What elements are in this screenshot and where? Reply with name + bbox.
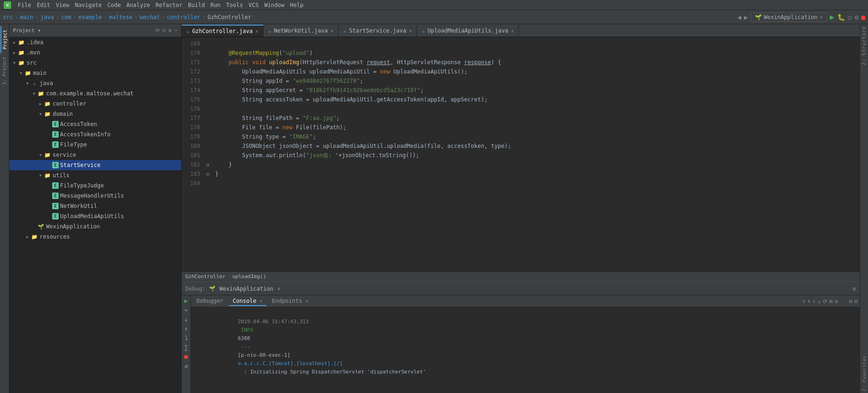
coverage-button[interactable]: ☑ [848, 13, 852, 21]
menu-item-file[interactable]: File [18, 2, 31, 8]
resume-button[interactable]: ▶ [183, 297, 190, 305]
restart-button[interactable]: ↺ [183, 362, 190, 370]
breadcrumb-example[interactable]: example [78, 14, 102, 20]
menu-item-vcs[interactable]: VCS [249, 2, 259, 8]
fold-marker2[interactable]: ⊟ [206, 172, 209, 177]
minimize-icon[interactable]: ─ [174, 27, 177, 33]
tree-item-controller[interactable]: ▶ 📁 controller [9, 99, 181, 109]
tree-item-filetype[interactable]: C FileType [9, 140, 181, 150]
breadcrumb-wechat[interactable]: wechat [140, 14, 160, 20]
tab-uploadmediaapiutils-close[interactable]: × [511, 28, 514, 33]
run-button[interactable]: ▶ [830, 13, 834, 21]
console-icon-8[interactable]: ⊟ [849, 298, 853, 305]
tab-networkutil-close[interactable]: × [331, 28, 333, 33]
run-config-selector[interactable]: 🌱 WexinApplication ▾ [751, 13, 827, 22]
project-tab[interactable]: Project [0, 26, 8, 53]
tree-item-wexinapplication[interactable]: 🌱 WexinApplication [9, 221, 181, 232]
console-icon-7[interactable]: ≡ [834, 298, 838, 305]
menu-item-help[interactable]: Help [290, 2, 304, 8]
tree-label: FileTypeJudge [60, 182, 104, 189]
structure-tab[interactable]: 1: Project [1, 53, 8, 88]
breadcrumb-method[interactable]: uploadImg() [232, 273, 266, 280]
breadcrumb-com[interactable]: com [61, 14, 71, 20]
tree-item-mvn[interactable]: ▶ 📁 .mvn [9, 47, 181, 58]
debug-tab-console[interactable]: Console + [229, 297, 266, 306]
favorites-label[interactable]: 2: Favorites [861, 353, 868, 393]
evaluate-button[interactable]: ∑ [183, 344, 190, 351]
collapse-icon[interactable]: ⊟ [163, 27, 166, 33]
tree-item-package[interactable]: ▼ 📁 com.example.maltose.wechat [9, 88, 181, 99]
tab-gzhcontroller[interactable]: ☕ GzhController.java × [182, 25, 264, 37]
menu-item-refactor[interactable]: Refactor [156, 2, 183, 8]
tree-item-messagehandlerutils[interactable]: C MessageHandlerUtils [9, 191, 181, 201]
tab-gzhcontroller-close[interactable]: × [256, 29, 258, 34]
console-icon-1[interactable]: ⬆ [802, 298, 805, 305]
step-into-button[interactable]: ↓ [183, 316, 190, 323]
breadcrumb-controller[interactable]: controller [167, 14, 200, 20]
tree-item-service[interactable]: ▼ 📁 service [9, 150, 181, 160]
tab-uploadmediaapiutils[interactable]: ☕ UploadMediaApiUtils.java × [417, 25, 519, 37]
debug-tab-debugger[interactable]: Debugger [193, 297, 227, 306]
tree-item-main[interactable]: ▼ 📁 main [9, 68, 181, 78]
collapse-arrow: ▶ [11, 39, 18, 46]
console-icon-3[interactable]: ↑ [813, 298, 816, 305]
panel-title: Project ▾ [13, 27, 41, 33]
tree-item-resources[interactable]: ▶ 📁 resources [9, 232, 181, 242]
console-icon-2[interactable]: ⬇ [807, 298, 810, 305]
menu-item-window[interactable]: Window [264, 2, 284, 8]
tree-item-startservice[interactable]: C StartService [9, 160, 181, 170]
menu-item-view[interactable]: View [56, 2, 69, 8]
console-icon-6[interactable]: ⊞ [829, 298, 833, 305]
tree-item-uploadmediaApiutils[interactable]: C UploadMediaApiUtils [9, 211, 181, 221]
tree-item-networkutil[interactable]: C NetWorkUtil [9, 201, 181, 211]
stop-debug-button[interactable]: ■ [183, 353, 190, 360]
breadcrumb-java[interactable]: java [41, 14, 54, 20]
tree-item-domain[interactable]: ▼ 📁 domain [9, 109, 181, 119]
tree-item-utils[interactable]: ▼ 📁 utils [9, 170, 181, 180]
gear-icon[interactable]: ⚙ [169, 27, 172, 33]
debug-settings-icon[interactable]: ⚙ [853, 286, 856, 292]
stop-button[interactable]: ■ [861, 13, 865, 21]
sync-icon[interactable]: ⟳ [156, 27, 160, 33]
menu-item-run[interactable]: Run [210, 2, 221, 8]
step-out-button[interactable]: ↑ [183, 325, 190, 333]
breadcrumb-main[interactable]: main [20, 14, 34, 20]
code-line-173: String appId = "wx940842767f562278"; [215, 76, 856, 86]
console-icon-5[interactable]: ⟳ [823, 298, 827, 305]
menu-item-tools[interactable]: Tools [226, 2, 243, 8]
nav-forward-icon[interactable]: ▶ [744, 13, 748, 21]
console-icon-9[interactable]: ⊡ [854, 298, 858, 305]
breadcrumb-class[interactable]: GzhController [185, 273, 225, 280]
breadcrumb-gzhcontroller[interactable]: GzhController [208, 14, 251, 20]
menu-item-build[interactable]: Build [188, 2, 205, 8]
tree-item-java[interactable]: ▼ ☕ java [9, 78, 181, 88]
string-literal: "upload" [283, 50, 310, 56]
tree-item-idea[interactable]: ▶ 📁 .idea [9, 37, 181, 47]
console-icon-4[interactable]: ↓ [818, 298, 821, 305]
step-over-button[interactable]: ↷ [183, 306, 190, 314]
tree-item-accesstoken[interactable]: C AccessToken [9, 119, 181, 129]
nav-back-icon[interactable]: ◀ [737, 13, 741, 21]
run-to-cursor-button[interactable]: ⤵ [183, 334, 190, 342]
code-editor[interactable]: 169 170 171 172 173 174 175 176 177 178 … [182, 37, 860, 271]
tab-startservice-close[interactable]: × [409, 28, 412, 33]
tree-item-src[interactable]: ▼ 📁 src [9, 58, 181, 68]
structure-label[interactable]: 2: Structure [861, 24, 868, 67]
menu-item-code[interactable]: Code [108, 2, 121, 8]
fold-marker[interactable]: ⊟ [206, 162, 209, 167]
tab-startservice[interactable]: ☕ StartService.java × [339, 25, 417, 37]
debug-tab-endpoints[interactable]: Endpoints + [268, 297, 312, 306]
tree-item-accesstokeninfo[interactable]: C AccessTokenInfo [9, 129, 181, 140]
gutter-line [204, 123, 211, 132]
debug-button[interactable]: 🐛 [837, 13, 845, 21]
breadcrumb-maltose[interactable]: maltose [109, 14, 133, 20]
menu-item-edit[interactable]: Edit [37, 2, 50, 8]
breadcrumb-src[interactable]: src [3, 14, 13, 20]
tree-item-filetypejudge[interactable]: C FileTypeJudge [9, 180, 181, 191]
menu-item-navigate[interactable]: Navigate [75, 2, 102, 8]
debug-session-close[interactable]: × [277, 286, 280, 292]
tab-networkutil[interactable]: ☕ NetWorkUtil.java × [264, 25, 339, 37]
settings-icon[interactable]: ⚙ [854, 13, 858, 21]
menu-item-analyze[interactable]: Analyze [126, 2, 150, 8]
console-output[interactable]: 2019-04-06 15:47:43,313 INFO 6308 --- [p… [191, 307, 860, 393]
